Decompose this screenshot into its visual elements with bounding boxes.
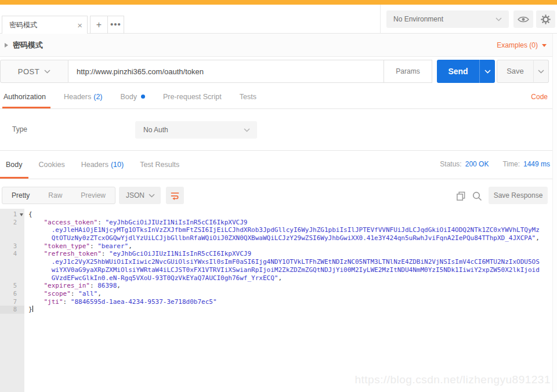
request-tabstrip: 密码模式 × + ••• No Environment	[0, 5, 557, 34]
url-field-group: Params	[68, 60, 432, 83]
ellipsis-icon: •••	[110, 19, 121, 29]
search-response-button[interactable]	[469, 188, 484, 204]
line-number: 6	[0, 290, 24, 298]
send-options-button[interactable]	[479, 60, 495, 83]
response-tab-headers[interactable]: Headers(10)	[81, 151, 124, 179]
method-value: POST	[18, 67, 39, 76]
code-link[interactable]: Code	[531, 85, 548, 109]
method-selector[interactable]: POST	[0, 60, 68, 83]
examples-dropdown[interactable]: Examples (0)	[497, 34, 547, 57]
environment-selector[interactable]: No Environment	[386, 10, 509, 28]
response-tab-cookies-label: Cookies	[39, 161, 65, 169]
new-tab-button[interactable]: +	[91, 16, 107, 34]
eye-icon	[518, 16, 529, 23]
gear-icon	[541, 14, 551, 24]
time-value: 1449 ms	[523, 160, 550, 168]
chevron-down-icon	[244, 128, 250, 132]
postman-window: 密码模式 × + ••• No Environment	[0, 0, 557, 392]
line-number: 2	[0, 219, 24, 227]
line-number: 8	[0, 306, 24, 314]
status-value: 200 OK	[465, 160, 489, 168]
response-format-selector[interactable]: JSON	[119, 187, 161, 204]
view-mode-pretty[interactable]: Pretty	[2, 187, 39, 204]
save-button[interactable]: Save	[497, 60, 534, 83]
settings-button[interactable]	[536, 10, 555, 28]
body-modified-dot	[141, 95, 145, 99]
tab-headers-label: Headers	[64, 93, 91, 101]
tab-headers[interactable]: Headers(2)	[64, 85, 103, 108]
environment-selector-value: No Environment	[393, 15, 495, 23]
headers-count-badge: (2)	[93, 93, 102, 101]
response-tab-body[interactable]: Body	[6, 151, 23, 179]
authorization-panel: Type No Auth	[0, 109, 557, 151]
auth-type-value: No Auth	[143, 126, 244, 134]
save-response-button[interactable]: Save Response	[489, 187, 548, 204]
view-mode-switch: Pretty Raw Preview	[2, 187, 115, 204]
close-icon[interactable]: ×	[77, 21, 82, 30]
line-number: 5	[0, 282, 24, 290]
code-line: 5"expires_in": 86398,	[0, 282, 557, 290]
tab-prerequest-script[interactable]: Pre-request Script	[163, 85, 222, 108]
wrap-text-button[interactable]	[166, 187, 184, 204]
params-button[interactable]: Params	[384, 60, 432, 82]
auth-type-label: Type	[12, 125, 27, 133]
tab-authorization-label: Authorization	[3, 93, 46, 101]
request-builder-row: POST Params Send Save	[0, 57, 557, 85]
line-number: 3	[0, 242, 24, 251]
text-cursor	[32, 306, 33, 312]
code-line: 8}	[0, 306, 557, 314]
request-tabs: Authorization Headers(2) Body Pre-reques…	[0, 85, 557, 109]
code-line: 3"token_type": "bearer",	[0, 242, 557, 251]
search-icon	[472, 191, 482, 201]
auth-type-selector[interactable]: No Auth	[135, 121, 257, 139]
code-line: QtOTUzNy0zZTcxOGQwYjdlYzUiLCJjbGllbnRfaW…	[0, 234, 557, 242]
tab-body[interactable]: Body	[121, 85, 146, 108]
line-number	[0, 234, 24, 242]
chevron-down-icon	[44, 70, 50, 74]
code-editor-lines: 1{2"access_token": "eyJhbGciOiJIUzI1NiIs…	[0, 210, 557, 314]
response-tab-headers-label: Headers	[81, 161, 108, 169]
chevron-down-icon	[484, 70, 491, 74]
environment-preview-button[interactable]	[513, 10, 533, 28]
collection-header: 密码模式 Examples (0)	[0, 34, 557, 57]
tab-authorization[interactable]: Authorization	[3, 85, 46, 108]
code-line: 2"access_token": "eyJhbGciOiJIUzI1NiIsIn…	[0, 219, 557, 227]
code-line: GVzdEFwcGlkIn0.eN-Rgq5VXoU-93T0QzVkEYaQ7…	[0, 274, 557, 282]
chevron-down-icon	[538, 70, 544, 74]
tab-options-button[interactable]: •••	[107, 16, 124, 34]
time-label: Time:	[502, 160, 520, 168]
response-format-value: JSON	[126, 191, 149, 199]
tabstrip-buttons: + •••	[90, 16, 124, 34]
code-line: .eyJleHAiOjE1NjcyMTg1OTksInVzZXJfbmFtZSI…	[0, 226, 557, 234]
send-button[interactable]: Send	[437, 60, 479, 83]
tab-body-label: Body	[121, 93, 138, 101]
open-request-tab[interactable]: 密码模式 ×	[2, 16, 88, 34]
line-number	[0, 226, 24, 234]
request-tab-title: 密码模式	[9, 20, 77, 30]
line-number	[0, 266, 24, 274]
status-label: Status:	[440, 160, 461, 168]
chevron-down-icon	[495, 17, 502, 21]
response-body-editor[interactable]: 1{2"access_token": "eyJhbGciOiJIUzI1NiIs…	[0, 209, 557, 392]
save-options-button[interactable]	[533, 60, 549, 83]
tab-tests[interactable]: Tests	[240, 85, 256, 108]
line-number: 7	[0, 298, 24, 306]
response-tab-test-results-label: Test Results	[140, 161, 179, 169]
chevron-down-icon	[149, 194, 155, 198]
code-line: wiYXV0aG9yaXRpZXMiOlsiYWRtaW4iLCJST0xFX1…	[0, 266, 557, 274]
watermark-text: https://blog.csdn.net/lizhengyu891231	[355, 373, 551, 386]
collection-title-group[interactable]: 密码模式	[5, 34, 43, 57]
fold-icon[interactable]	[20, 213, 23, 216]
response-meta: Status: 200 OK Time: 1449 ms	[440, 151, 550, 177]
view-mode-raw[interactable]: Raw	[39, 187, 71, 204]
copy-response-button[interactable]	[453, 188, 468, 204]
code-line: 6"scope": "all",	[0, 290, 557, 298]
code-line: 4"refresh_token": "eyJhbGciOiJIUzI1NiIsI…	[0, 250, 557, 258]
url-input[interactable]	[68, 60, 384, 82]
response-tab-test-results[interactable]: Test Results	[140, 151, 179, 179]
scrollbar[interactable]	[552, 34, 557, 392]
view-mode-preview[interactable]: Preview	[71, 187, 115, 204]
response-tab-cookies[interactable]: Cookies	[39, 151, 65, 179]
response-tabs: Body Cookies Headers(10) Test Results St…	[0, 151, 557, 179]
plus-icon: +	[96, 20, 102, 30]
